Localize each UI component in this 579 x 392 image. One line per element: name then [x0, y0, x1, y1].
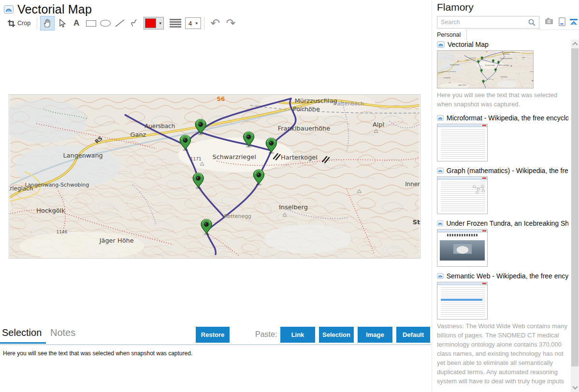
map-label: Auersbach: [469, 57, 476, 59]
map-label: Hockgölk: [36, 207, 65, 214]
chevron-up-icon: [572, 42, 578, 47]
pan-tool-button[interactable]: [40, 16, 55, 30]
map-label: Ganz: [130, 131, 146, 138]
list-item: Concept map - Wikipedia, the free encycl…: [437, 390, 568, 392]
map-label: Langenwang: [450, 64, 459, 66]
snapshot-title[interactable]: Microformat - Wikipedia, the free encycl…: [447, 114, 568, 122]
tab-strip-line: [465, 29, 579, 30]
rectangle-icon: [86, 20, 96, 27]
crop-icon: [7, 19, 15, 28]
sidebar-title: Flamory: [437, 1, 474, 13]
snapshot-thumbnail[interactable]: [437, 124, 488, 161]
map-label: Krieglach: [437, 72, 443, 73]
redo-button[interactable]: ↷: [223, 16, 238, 30]
rectangle-tool-button[interactable]: [84, 16, 98, 30]
size-select[interactable]: 4 ▼: [185, 17, 201, 29]
snapshot-thumbnail[interactable]: [437, 176, 488, 214]
snapshot-title[interactable]: Graph (mathematics) - Wikipedia, the fre…: [447, 167, 568, 174]
line-icon: [115, 19, 125, 28]
topo-map: MürzzuschlagS6PoirhöheTrattenbachAuersba…: [437, 51, 533, 88]
snapshot-icon: [437, 115, 444, 121]
select-tool-button[interactable]: [55, 16, 69, 30]
map-label: Inner: [405, 181, 420, 188]
map-label: Jäger Höhe: [458, 84, 466, 86]
topo-map: MürzzuschlagS6PoirhöheTrattenbachAuersba…: [9, 95, 420, 258]
text-tool-button[interactable]: A: [69, 16, 84, 30]
snapshot-title[interactable]: Vectorial Map: [448, 41, 489, 48]
map-label: Hockgölk: [444, 77, 450, 79]
snapshot-title-row[interactable]: Graph (mathematics) - Wikipedia, the fre…: [437, 166, 568, 175]
map-label: Poirhöhe: [504, 53, 510, 55]
snapshot-snippet: Here you will see the text that was sele…: [437, 90, 568, 109]
map-label: Inselberg: [500, 76, 507, 78]
map-label: Krieglach: [9, 185, 33, 192]
flamory-logo-icon[interactable]: [569, 17, 578, 26]
snapshot-snippet: Vastness: The World Wide Web contains ma…: [437, 321, 568, 386]
size-value: 4: [188, 20, 192, 27]
scrollbar[interactable]: [571, 40, 579, 392]
snapshot-thumbnail[interactable]: [437, 282, 488, 319]
map-label: S6: [217, 96, 225, 102]
tab-selection[interactable]: Selection: [2, 327, 42, 338]
color-picker[interactable]: ▼: [144, 17, 164, 29]
ellipse-tool-button[interactable]: [98, 16, 113, 30]
map-label: Poirhöhe: [293, 105, 320, 113]
snapshot-title-row[interactable]: Under Frozen Tundra, an Icebreaking Ship…: [437, 218, 568, 228]
undo-button[interactable]: ↶: [207, 16, 223, 30]
map-label: Rettenegg: [224, 213, 251, 219]
paste-link-button[interactable]: Link: [280, 327, 315, 343]
scrollbar-thumb[interactable]: [571, 48, 579, 366]
redo-icon: ↷: [223, 18, 238, 28]
paste-default-button[interactable]: Default: [396, 327, 430, 343]
snapshot-title-row[interactable]: Microformat - Wikipedia, the free encycl…: [437, 113, 568, 122]
freehand-tool-button[interactable]: [127, 16, 142, 30]
scroll-up-button[interactable]: [571, 40, 579, 48]
snapshot-icon: [437, 273, 444, 279]
map-label: Jäger Höhe: [99, 237, 134, 244]
snapshot-thumbnail[interactable]: MürzzuschlagS6PoirhöheTrattenbachAuersba…: [437, 50, 534, 88]
map-label: St: [413, 218, 420, 226]
map-label: Mürzzuschlag: [504, 51, 514, 53]
map-label: Schwarzriegel: [212, 153, 256, 160]
map-label: Langenwang-Schwobing: [25, 182, 89, 188]
snapshot-list: Vectorial Map: [437, 40, 568, 392]
map-label: Alpl: [522, 57, 525, 58]
snapshot-title-row[interactable]: Vectorial Map: [437, 40, 568, 49]
map-label: Trattenbach: [332, 101, 364, 107]
tab-personal[interactable]: Personal: [437, 30, 467, 40]
snapshot-title-row[interactable]: Concept map - Wikipedia, the free encycl…: [437, 390, 568, 392]
toolbar-separator: [37, 17, 37, 29]
map-label: Auersbach: [145, 123, 175, 130]
text-tool-icon: A: [73, 18, 79, 28]
paste-image-button[interactable]: Image: [358, 327, 392, 343]
search-icon[interactable]: [528, 18, 536, 27]
camera-icon[interactable]: [545, 17, 553, 25]
tab-notes[interactable]: Notes: [50, 327, 75, 338]
list-item: Vectorial Map: [437, 40, 568, 109]
scroll-down-button[interactable]: [571, 384, 579, 392]
map-canvas[interactable]: MürzzuschlagS6PoirhöheTrattenbachAuersba…: [9, 94, 420, 259]
crop-button[interactable]: Crop: [4, 16, 34, 30]
map-label: Rettenegg: [488, 79, 494, 80]
flamory-sidebar: Flamory Personal Vectorial Map: [432, 0, 579, 392]
restore-button[interactable]: Restore: [196, 327, 230, 343]
map-label: 1171: [479, 65, 482, 66]
search-input[interactable]: [437, 16, 539, 29]
snapshot-title-row[interactable]: Semantic Web - Wikipedia, the free encyc…: [437, 271, 568, 280]
list-item: Semantic Web - Wikipedia, the free encyc…: [437, 271, 568, 386]
map-label: Mürzzuschlag: [295, 97, 337, 104]
map-label: Langenwang-Schwobing: [441, 71, 456, 73]
chevron-down-icon: ▼: [193, 21, 200, 26]
map-label: Langenwang: [63, 152, 102, 159]
line-tool-button[interactable]: [113, 16, 127, 30]
map-label: Trattenbach: [513, 52, 521, 54]
snapshot-title[interactable]: Semantic Web - Wikipedia, the free encyc…: [447, 272, 568, 280]
map-label: Harterkogel: [501, 64, 509, 66]
paste-selection-button[interactable]: Selection: [319, 327, 354, 343]
snapshot-title[interactable]: Under Frozen Tundra, an Icebreaking Ship…: [446, 219, 568, 227]
toolbar-separator: [204, 17, 204, 29]
snapshot-thumbnail[interactable]: [437, 229, 488, 267]
document-icon[interactable]: [559, 17, 565, 26]
map-label: Alpl: [373, 121, 384, 128]
map-label: 1171: [190, 157, 202, 161]
